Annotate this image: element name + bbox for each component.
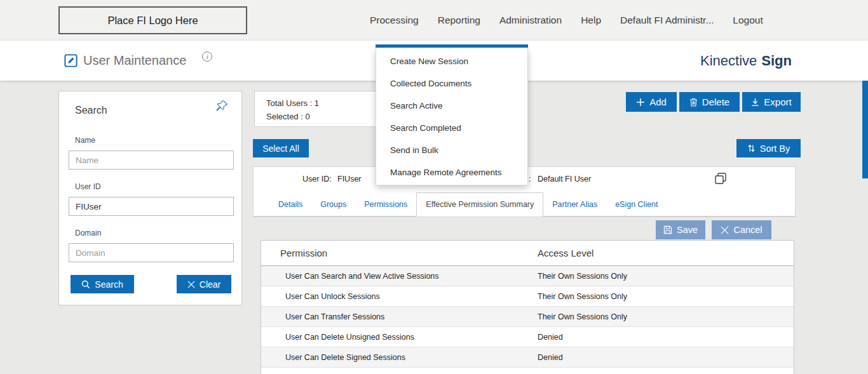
nav-reporting[interactable]: Reporting — [438, 15, 480, 26]
save-floppy-icon — [663, 225, 672, 234]
user-id-input[interactable] — [69, 197, 234, 216]
name-label: Name — [75, 136, 95, 145]
pin-icon[interactable] — [215, 99, 229, 113]
user-id-field-label: User ID: — [302, 175, 332, 184]
info-glyph: i — [206, 53, 208, 60]
tab-details[interactable]: Details — [269, 192, 311, 216]
menu-search-active[interactable]: Search Active — [376, 95, 527, 117]
add-plus-icon — [636, 98, 645, 107]
nav-logout[interactable]: Logout — [733, 15, 763, 26]
summary-box: Total Users : 1 Selected : 0 — [254, 91, 377, 127]
top-nav: Processing Reporting Administration Help… — [370, 0, 763, 41]
search-button-label: Search — [95, 279, 123, 290]
info-icon[interactable]: i — [202, 51, 212, 62]
menu-search-completed[interactable]: Search Completed — [376, 117, 527, 139]
user-maintenance-icon — [64, 53, 78, 68]
user-id-label: User ID — [75, 182, 101, 191]
sort-by-button[interactable]: Sort By — [736, 139, 801, 157]
nav-current-user[interactable]: Default FI Administr... — [620, 15, 714, 26]
tab-groups[interactable]: Groups — [311, 192, 355, 216]
permission-cell: User Can Delete Signed Sessions — [285, 353, 405, 362]
permission-cell: User Can Unlock Sessions — [285, 292, 380, 301]
name-input[interactable] — [69, 150, 234, 170]
search-icon — [81, 280, 90, 289]
top-bar: Place FI Logo Here Processing Reporting … — [0, 0, 868, 41]
sort-by-label: Sort By — [760, 144, 790, 154]
brand-regular: Kinective — [700, 53, 757, 69]
tab-effective-permission-summary[interactable]: Effective Permission Summary — [416, 192, 543, 217]
menu-create-new-session[interactable]: Create New Session — [376, 50, 527, 72]
search-panel: Search Name User ID Domain Search Clear — [58, 91, 242, 305]
add-button-label: Add — [649, 97, 667, 107]
fi-logo-placeholder: Place FI Logo Here — [58, 6, 247, 34]
user-name-separator: : — [529, 175, 531, 184]
clear-button[interactable]: Clear — [177, 275, 231, 293]
column-permission: Permission — [280, 248, 327, 258]
menu-manage-remote-agreements[interactable]: Manage Remote Agreements — [376, 161, 527, 184]
permission-cell: User Can Delete Unsigned Sessions — [285, 333, 414, 342]
table-row: User Can Delete Unsigned Sessions Denied — [261, 327, 794, 347]
total-users-count: Total Users : 1 — [266, 97, 376, 110]
table-row: User Can Search and View Active Sessions… — [261, 266, 794, 286]
permission-cell: User Can Transfer Sessions — [285, 312, 384, 321]
clear-x-icon — [187, 281, 195, 288]
table-row: User Can Transfer Sessions Their Own Ses… — [261, 307, 794, 327]
domain-input[interactable] — [69, 243, 234, 262]
delete-trash-icon — [689, 98, 698, 107]
select-all-button[interactable]: Select All — [253, 139, 309, 157]
access-level-cell: Denied — [538, 353, 563, 362]
nav-processing[interactable]: Processing — [370, 15, 419, 26]
brand-bold: Sign — [761, 53, 792, 69]
add-button[interactable]: Add — [626, 92, 677, 112]
tab-esign-client[interactable]: eSign Client — [606, 192, 667, 216]
permission-cell: User Can Search and View Active Sessions — [285, 272, 439, 281]
table-row: User Can Delete Signed Sessions Denied — [261, 347, 794, 368]
clear-button-label: Clear — [200, 279, 220, 290]
access-level-cell: Denied — [538, 333, 563, 342]
tab-partner-alias[interactable]: Partner Alias — [543, 192, 606, 216]
access-level-cell: Their Own Sessions Only — [538, 312, 627, 321]
export-button-label: Export — [764, 97, 791, 107]
tab-permissions[interactable]: Permissions — [355, 192, 416, 216]
cancel-button-label: Cancel — [733, 225, 762, 235]
sort-arrows-icon — [747, 144, 756, 152]
user-name-value: Default FI User — [538, 175, 591, 184]
copy-icon[interactable] — [714, 172, 727, 185]
export-download-icon — [751, 98, 759, 107]
scrollbar-strip[interactable] — [862, 81, 868, 178]
access-level-cell: Their Own Sessions Only — [538, 272, 627, 281]
menu-send-in-bulk[interactable]: Send in Bulk — [376, 139, 527, 161]
table-header-row: Permission Access Level — [261, 241, 794, 266]
page-title: User Maintenance — [83, 41, 186, 81]
processing-menu: Create New Session Collected Documents S… — [376, 44, 528, 185]
cancel-x-icon — [721, 226, 729, 234]
delete-button-label: Delete — [702, 97, 729, 107]
save-button[interactable]: Save — [656, 220, 705, 239]
column-access-level: Access Level — [538, 248, 593, 258]
brand-logo: Kinective Sign — [700, 41, 792, 81]
menu-collected-documents[interactable]: Collected Documents — [376, 72, 527, 95]
cancel-button[interactable]: Cancel — [712, 220, 771, 239]
domain-label: Domain — [75, 229, 101, 237]
tab-bar: Details Groups Permissions Effective Per… — [254, 192, 795, 217]
permissions-table: Permission Access Level User Can Search … — [261, 240, 794, 374]
table-row: User Can Unlock Sessions Their Own Sessi… — [261, 286, 794, 307]
delete-button[interactable]: Delete — [679, 92, 740, 112]
access-level-cell: Their Own Sessions Only — [538, 292, 627, 301]
save-button-label: Save — [677, 225, 698, 235]
select-all-label: Select All — [262, 144, 299, 154]
nav-administration[interactable]: Administration — [499, 15, 562, 26]
menu-body: Create New Session Collected Documents S… — [376, 48, 528, 185]
user-id-field-value: FIUser — [337, 175, 362, 184]
search-panel-title: Search — [75, 105, 107, 116]
search-button[interactable]: Search — [71, 275, 134, 293]
selected-count: Selected : 0 — [266, 110, 376, 123]
table-body: User Can Search and View Active Sessions… — [261, 266, 794, 368]
nav-help[interactable]: Help — [581, 15, 601, 26]
app-root: Place FI Logo Here Processing Reporting … — [0, 0, 868, 374]
fi-logo-text: Place FI Logo Here — [107, 15, 198, 27]
export-button[interactable]: Export — [742, 92, 801, 112]
